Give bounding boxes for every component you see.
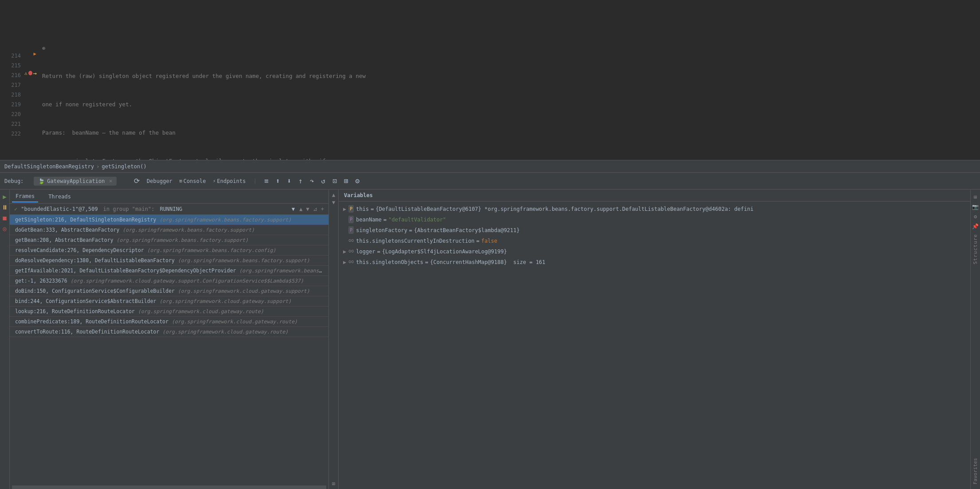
frame-item[interactable]: getBean:208, AbstractBeanFactory (org.sp… (10, 235, 328, 245)
breadcrumb: DefaultSingletonBeanRegistry › getSingle… (0, 160, 980, 172)
step-over-button[interactable]: ↷ (308, 176, 316, 186)
thread-down-button[interactable]: ▼ (306, 206, 309, 212)
var-singletonobjects[interactable]: ▶ oo this.singletonObjects = {Concurrent… (339, 257, 970, 268)
frame-scrollbar[interactable] (12, 485, 326, 489)
step-down-button[interactable]: ⬇ (285, 176, 293, 186)
restore-layout-button[interactable]: ≡ (262, 176, 270, 186)
app-tab[interactable]: 🍃 GatewayApplication ✕ (34, 177, 117, 186)
frame-item[interactable]: doBind:150, ConfigurationService$Configu… (10, 286, 328, 296)
step-up-button[interactable]: ⬆ (274, 176, 282, 186)
scroll-up-button[interactable]: ▲ (332, 192, 335, 198)
expand-icon[interactable]: ▶ (343, 205, 346, 213)
doc-line2: one if none registered yet. (42, 100, 973, 109)
doc-line1: Return the (raw) singleton object regist… (42, 71, 973, 81)
debug-content: ▶ ⏸ ■ ◎ Frames Threads ✓ "boundedElastic… (0, 190, 980, 489)
mute-button[interactable]: ◎ (3, 225, 6, 232)
var-singltonsdestruction[interactable]: oo this.singletonsCurrentlyInDestruction… (339, 236, 970, 246)
structure-sidebar[interactable]: ⊞ 📷 ⚙ 📌 Structure Favorites (970, 190, 980, 489)
frame-item[interactable]: convertToRoute:116, RouteDefinitionRoute… (10, 327, 328, 337)
var-logger[interactable]: ▶ oo logger = {LogAdapter$Slf4jLocationA… (339, 246, 970, 257)
rerun-button[interactable]: ⟳ (132, 176, 141, 186)
thread-name: "boundedElastic-1"@7,509 (21, 206, 98, 212)
stop-button[interactable]: ■ (3, 214, 6, 221)
var-singletonfactory[interactable]: P singletonFactory = {AbstractBeanFactor… (339, 225, 970, 236)
expand-icon[interactable]: ▶ (343, 258, 346, 266)
frame-item[interactable]: combinePredicates:189, RouteDefinitionRo… (10, 317, 328, 327)
breadcrumb-file[interactable]: DefaultSingletonBeanRegistry (4, 163, 94, 170)
frame-item[interactable]: doResolveDependency:1380, DefaultListabl… (10, 256, 328, 266)
debug-controls: ▶ ⏸ ■ ◎ (0, 190, 10, 489)
code-editor: 214 215 216 217 218 219 220 221 222 ▶ (0, 0, 980, 173)
var-beanname[interactable]: P beanName = "defaultValidator" (339, 214, 970, 225)
frame-list[interactable]: getSingleton:216, DefaultSingletonBeanRe… (10, 215, 328, 485)
structure-icon[interactable]: ⊞ (974, 194, 977, 200)
thread-group: in group "main": (100, 206, 158, 212)
thread-check-icon: ✓ (14, 206, 17, 212)
evaluate-button[interactable]: ⊡ (331, 176, 339, 186)
structure-label[interactable]: Structure (972, 234, 978, 264)
var-tree: ▶ P this = {DefaultListableBeanFactory@6… (339, 202, 970, 489)
frame-item[interactable]: resolveCandidate:276, DependencyDescript… (10, 245, 328, 256)
console-tab[interactable]: ⊞Console (178, 177, 208, 185)
thread-dropdown-button[interactable]: ▼ (292, 206, 295, 212)
camera-icon[interactable]: 📷 (972, 204, 979, 210)
resume-button[interactable]: ▶ (3, 193, 6, 200)
line-numbers: 214 215 216 217 218 219 220 221 222 (0, 0, 24, 160)
variables-header: Variables (339, 190, 970, 202)
breadcrumb-method[interactable]: getSingleton() (102, 163, 147, 170)
endpoints-tab[interactable]: ⚡Endpoints (211, 177, 247, 185)
var-this[interactable]: ▶ P this = {DefaultListableBeanFactory@6… (339, 204, 970, 214)
code-gutter: ▶ ⚠ → (24, 0, 38, 160)
scroll-buttons: ▲ ▼ ⊞ (329, 190, 339, 489)
debug-label: Debug: (4, 178, 27, 184)
favorites-label[interactable]: Favorites (972, 458, 978, 485)
pin-icon[interactable]: 📌 (972, 223, 979, 229)
frame-item[interactable]: lookup:216, RouteDefinitionRouteLocator … (10, 307, 328, 317)
step-out-button[interactable]: ↑ (297, 176, 305, 186)
frame-item[interactable]: getSingleton:216, DefaultSingletonBeanRe… (10, 215, 328, 225)
thread-status: RUNNING (160, 206, 183, 212)
frames-panel: Frames Threads ✓ "boundedElastic-1"@7,50… (10, 190, 329, 489)
doc-line4: singletonFactory – the ObjectFactory to … (42, 156, 973, 160)
frame-item[interactable]: bind:244, ConfigurationService$AbstractB… (10, 296, 328, 307)
close-icon[interactable]: ✕ (109, 178, 112, 184)
debug-panel: Debug: 🍃 GatewayApplication ✕ ⟳ Debugger… (0, 173, 980, 489)
frame-item[interactable]: doGetBean:333, AbstractBeanFactory (org.… (10, 225, 328, 235)
frame-item[interactable]: getIfAvailable:2021, DefaultListableBean… (10, 266, 328, 276)
frames-icon[interactable]: ⊞ (342, 176, 350, 186)
code-content[interactable]: ⊕ Return the (raw) singleton object regi… (38, 0, 980, 160)
thread-up-button[interactable]: ▲ (299, 206, 302, 212)
variables-panel: Variables ▶ P this = {DefaultListableBea… (339, 190, 970, 489)
debug-toolbar: ⟳ Debugger ⊞Console ⚡Endpoints | ≡ ⬆ ⬇ ↑… (132, 176, 361, 186)
scroll-down-button[interactable]: ▼ (332, 199, 335, 206)
debugger-tab[interactable]: Debugger (145, 177, 174, 185)
panel-tabs: Frames Threads (10, 190, 328, 204)
app-tab-name: GatewayApplication (47, 178, 105, 184)
pause-button[interactable]: ⏸ (2, 204, 8, 211)
thread-row: ✓ "boundedElastic-1"@7,509 in group "mai… (10, 204, 328, 215)
expand-button[interactable]: ⊞ (332, 481, 335, 487)
thread-add-button[interactable]: + (321, 206, 324, 212)
run-to-cursor-button[interactable]: ↺ (320, 176, 328, 186)
thread-filter-button[interactable]: ⊿ (313, 206, 317, 212)
settings-icon[interactable]: ⚙ (974, 213, 977, 220)
frames-tab[interactable]: Frames (12, 191, 38, 202)
settings-button[interactable]: ⚙ (353, 176, 361, 186)
debug-tab-bar: Debug: 🍃 GatewayApplication ✕ ⟳ Debugger… (0, 173, 980, 190)
doc-line3: Params: beanName – the name of the bean (42, 128, 973, 137)
expand-icon[interactable]: ▶ (343, 248, 346, 256)
frame-item[interactable]: get:-1, 263233676 (org.springframework.c… (10, 276, 328, 286)
threads-tab[interactable]: Threads (45, 191, 74, 202)
